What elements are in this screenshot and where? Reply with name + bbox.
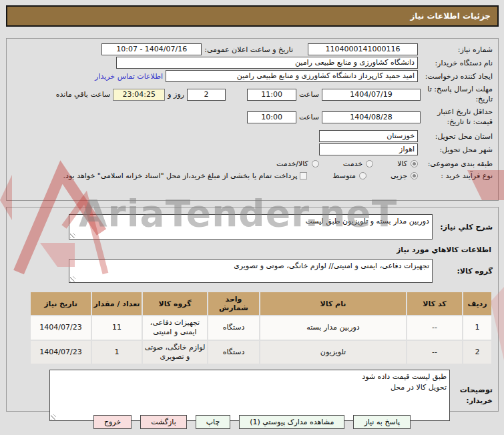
classification-option-label: کالا xyxy=(397,159,407,168)
treasury-documents-label: پرداخت تمام یا بخشی از مبلغ خرید،از محل … xyxy=(63,171,298,180)
print-button[interactable]: چاپ xyxy=(196,415,231,429)
table-row: 1--دوربین مدار بستهدستگاهتجهیزات دفاعی، … xyxy=(31,316,491,340)
table-header-cell: واحد شمارش xyxy=(208,292,259,315)
buyer-notes-label: توضیحات خریدار: xyxy=(453,385,493,406)
back-button[interactable]: بازگشت xyxy=(140,415,187,429)
validity-hour-input[interactable]: 10:00 xyxy=(247,111,296,123)
city-input[interactable]: اهواز xyxy=(319,143,418,155)
process-type-options: جزییمتوسط xyxy=(332,171,418,180)
deadline-hour-input[interactable]: 11:00 xyxy=(247,89,296,101)
process-type-option[interactable]: متوسط xyxy=(332,171,366,180)
process-type-option-label: جزیی xyxy=(391,171,407,180)
buyer-notes-text: طبق لیست قیمت داده شود تحویل کالا در محل xyxy=(362,372,447,392)
validity-date-input[interactable]: 1404/08/28 xyxy=(322,111,421,123)
need-description-label: شرح کلي نیاز: xyxy=(435,223,493,232)
classification-radio[interactable] xyxy=(312,160,319,167)
buyer-contact-link[interactable]: اطلاعات تماس خریدار xyxy=(95,72,163,81)
classification-row: طبقه بندی موضوعی: کالاخدمتکالا/خدمت xyxy=(12,159,493,168)
creator-input[interactable]: امید حمید کارپرداز دانشگاه کشاورزی و منا… xyxy=(166,70,418,82)
table-header-cell: کد کالا xyxy=(407,292,462,315)
goods-group-row: گروه کالا: تجهیزات دفاعی، ایمنی و امنیتی… xyxy=(12,259,493,283)
remaining-days-label: روز و xyxy=(168,90,184,99)
classification-radio-selected[interactable] xyxy=(411,160,418,167)
need-number-input[interactable]: 1104000141000116 xyxy=(308,43,418,55)
table-header-cell: تاریخ نیاز xyxy=(31,292,91,315)
need-info-box: شماره نیاز: 1104000141000116 تاریخ و ساع… xyxy=(6,38,499,201)
respond-button[interactable]: پاسخ به نیاز xyxy=(353,415,411,429)
process-type-row: نوع فرآیند خرید : جزییمتوسط پرداخت تمام … xyxy=(12,171,493,180)
need-description-text: دوربین مدار بسته و تلویزیون طبق لیست xyxy=(305,217,429,226)
creator-label: ایجاد کننده درخواست: xyxy=(421,72,493,81)
goods-group-textarea[interactable]: تجهیزات دفاعی، ایمنی و امنیتی// لوازم خا… xyxy=(69,259,433,283)
table-header-cell: ردیف xyxy=(463,292,491,315)
page-title: جزئیات اطلاعات نیاز xyxy=(6,5,499,27)
goods-group-label: گروه کالا: xyxy=(435,267,493,276)
buyer-org-input[interactable]: دانشگاه کشاورزی و منابع طبیعی رامین xyxy=(116,57,418,69)
need-details-page: جزئیات اطلاعات نیاز شماره نیاز: 11040001… xyxy=(0,0,504,435)
deadline-row: مهلت ارسال پاسخ: تا تاریخ: 1404/07/19 سا… xyxy=(12,85,493,105)
process-type-option[interactable]: جزیی xyxy=(391,171,418,180)
classification-options: کالاخدمتکالا/خدمت xyxy=(276,159,418,168)
table-cell: 1 xyxy=(92,341,142,364)
process-type-radio-selected[interactable] xyxy=(411,172,418,179)
classification-option-label: خدمت xyxy=(343,159,362,168)
table-cell: 1 xyxy=(463,316,491,340)
announce-datetime-label: تاریخ و ساعت اعلان عمومی: xyxy=(204,45,293,54)
table-cell: 11 xyxy=(92,316,142,340)
goods-group-text: تجهیزات دفاعی، ایمنی و امنیتی// لوازم خا… xyxy=(234,262,429,270)
deadline-date-input[interactable]: 1404/07/19 xyxy=(322,89,421,101)
classification-option[interactable]: کالا xyxy=(397,159,418,168)
table-cell: لوازم خانگی، صوتی و تصویری xyxy=(143,341,207,364)
need-description-row: شرح کلي نیاز: دوربین مدار بسته و تلویزیو… xyxy=(12,214,493,240)
countdown-timer: 23:04:25 xyxy=(113,89,165,101)
city-row: شهر محل تحویل: اهواز xyxy=(12,143,493,155)
table-cell: دستگاه xyxy=(208,316,259,340)
announce-datetime-input[interactable]: 1404/07/16 - 10:07 xyxy=(101,43,202,55)
table-header-cell: گروه کالا xyxy=(143,292,207,315)
table-header-cell: نام کالا xyxy=(260,292,406,315)
deadline-label: مهلت ارسال پاسخ: تا تاریخ: xyxy=(423,85,493,105)
classification-label: طبقه بندی موضوعی: xyxy=(421,159,493,168)
resize-grip-icon[interactable] xyxy=(70,276,75,282)
province-label: استان محل تحویل: xyxy=(421,132,493,141)
table-cell: دوربین مدار بسته xyxy=(260,316,406,340)
goods-table: ردیفکد کالانام کالاواحد شمارشگروه کالاتع… xyxy=(29,291,493,365)
process-type-label: نوع فرآیند خرید : xyxy=(421,171,493,180)
table-cell: دستگاه xyxy=(208,341,259,364)
goods-table-header: ردیفکد کالانام کالاواحد شمارشگروه کالاتع… xyxy=(31,292,491,315)
table-cell: -- xyxy=(407,316,462,340)
goods-section-title: اطلاعات کالاهاي مورد نیاز xyxy=(12,246,491,254)
treasury-documents-checkbox[interactable] xyxy=(300,172,307,179)
buyer-org-row: نام دستگاه خریدار: دانشگاه کشاورزی و منا… xyxy=(12,57,493,69)
exit-button[interactable]: خروج xyxy=(93,415,132,429)
table-cell: -- xyxy=(407,341,462,364)
table-cell: 2 xyxy=(463,341,491,364)
view-attachments-button[interactable]: مشاهده مدارک پیوستي (1) xyxy=(239,415,344,429)
process-type-option-label: متوسط xyxy=(332,171,356,180)
classification-option[interactable]: خدمت xyxy=(343,159,373,168)
table-cell: تلویزیون xyxy=(260,341,406,364)
countdown-label: ساعت باقي مانده xyxy=(56,90,111,99)
classification-option[interactable]: کالا/خدمت xyxy=(276,159,319,168)
table-cell: 1404/07/23 xyxy=(31,341,91,364)
classification-option-label: کالا/خدمت xyxy=(276,159,308,168)
province-row: استان محل تحویل: خوزستان xyxy=(12,130,493,142)
remaining-days-input[interactable]: 2 xyxy=(187,89,226,101)
process-type-radio[interactable] xyxy=(359,172,366,179)
buyer-notes-row: توضیحات خریدار: طبق لیست قیمت داده شود ت… xyxy=(12,370,493,421)
action-buttons-bar: پاسخ به نیازمشاهده مدارک پیوستي (1)چاپبا… xyxy=(0,415,504,429)
need-number-label: شماره نیاز: xyxy=(421,45,493,54)
city-label: شهر محل تحویل: xyxy=(421,145,493,154)
buyer-notes-textarea[interactable]: طبق لیست قیمت داده شود تحویل کالا در محل xyxy=(49,370,450,421)
table-header-cell: تعداد / مقدار xyxy=(92,292,142,315)
deadline-hour-label: ساعت xyxy=(299,90,319,99)
province-input[interactable]: خوزستان xyxy=(319,130,418,142)
price-validity-row: حداقل تاریخ اعتبار قیمت: تا تاریخ: 1404/… xyxy=(12,107,493,127)
table-row: 2--تلویزیوندستگاهلوازم خانگی، صوتی و تصو… xyxy=(31,341,491,364)
classification-radio[interactable] xyxy=(366,160,373,167)
table-cell: 1404/07/23 xyxy=(31,316,91,340)
buyer-org-label: نام دستگاه خریدار: xyxy=(421,59,493,67)
table-cell: تجهیزات دفاعی، ایمنی و امنیتی xyxy=(143,316,207,340)
need-description-textarea[interactable]: دوربین مدار بسته و تلویزیون طبق لیست xyxy=(69,214,433,240)
resize-grip-icon[interactable] xyxy=(70,233,75,238)
